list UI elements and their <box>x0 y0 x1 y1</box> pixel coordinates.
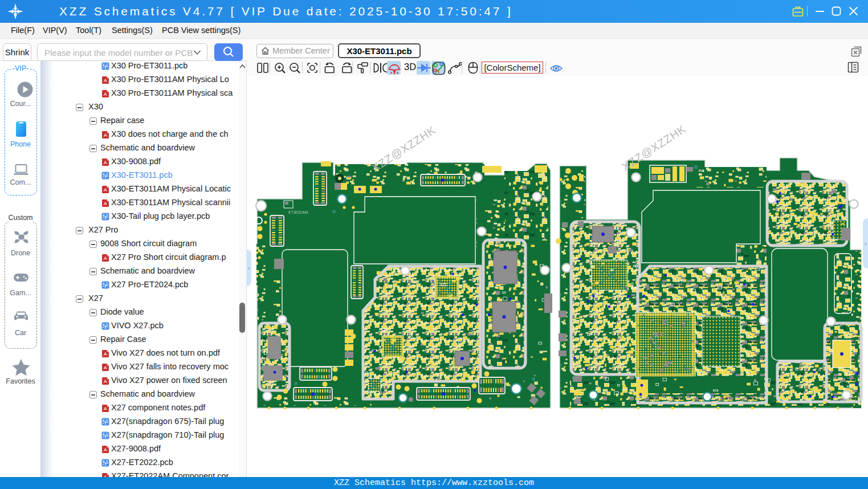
svg-text:ET3011AM: ET3011AM <box>288 210 308 214</box>
